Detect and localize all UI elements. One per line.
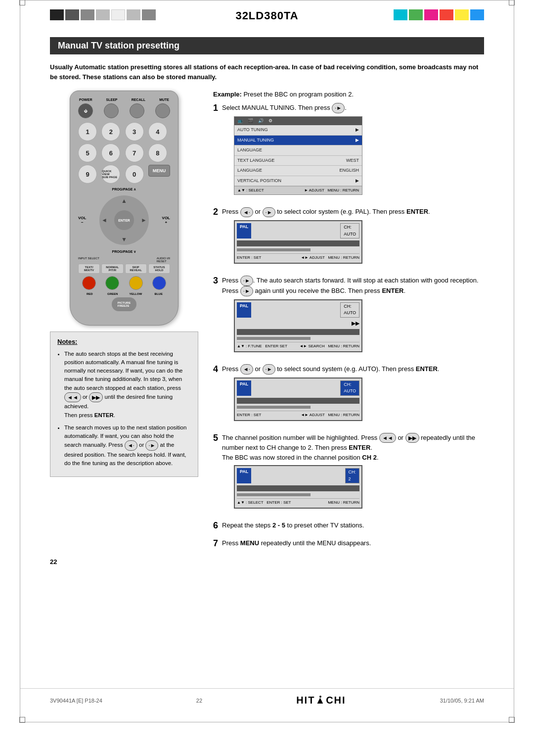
dpad-section: VOL− ▲ ▼ ◄ ► ENTER VOL+ — [78, 192, 170, 248]
mute-button[interactable] — [155, 103, 170, 118]
section-title: Manual TV station presetting — [50, 37, 484, 54]
text-mix-tv-btn[interactable]: TEXT/MIX/TV — [78, 264, 100, 274]
power-button[interactable]: ⏻ — [78, 103, 93, 118]
sleep-button[interactable] — [104, 103, 119, 118]
num-btn-6[interactable]: 6 — [101, 143, 120, 162]
red-label: RED — [78, 292, 101, 295]
notes-item-2: The search moves up to the next station … — [64, 424, 191, 468]
pal-bar-5 — [237, 485, 359, 491]
pal-bar-thin-4 — [237, 406, 311, 409]
step-6-num: 6 — [213, 520, 218, 531]
enter-button[interactable]: ENTER — [114, 210, 134, 230]
num-btn-5[interactable]: 5 — [78, 143, 97, 162]
hold-right-icon: ·► — [145, 440, 158, 451]
dpad-up-arrow[interactable]: ▲ — [121, 197, 127, 204]
dpad-down-arrow[interactable]: ▼ — [121, 236, 127, 243]
step-4-num: 4 — [213, 364, 218, 375]
dpad-ring: ▲ ▼ ◄ ► ENTER — [99, 195, 149, 245]
normal-ptr-btn[interactable]: NORMALP/T/R — [101, 264, 123, 274]
fine-tune-left-icon: ◄◄ — [64, 392, 81, 403]
menu-button[interactable]: MENU — [148, 165, 170, 177]
screen-1-mockup: 📺🎬🔊⚙ AUTO TUNING ▶ MANUAL TUNING ▶ — [234, 116, 362, 195]
step-5-num: 5 — [213, 433, 218, 444]
cell-language-val — [298, 145, 362, 155]
step-1: 1 Select MANUAL TUNING. Then press ·►. 📺… — [213, 103, 484, 200]
step-3-num: 3 — [213, 276, 218, 286]
pal-footer-5: ▲▼ : SELECT ENTER : SET MENU : RETURN — [237, 498, 359, 506]
color-block-darkgray — [65, 9, 79, 20]
pal-footer-4: ENTER : SET ◄► ADJUST MENU : RETURN — [237, 411, 359, 418]
cell-vertical-label: VERTICAL POSITION — [234, 176, 298, 186]
num-btn-0[interactable]: 0 — [125, 165, 144, 184]
dpad-left-arrow[interactable]: ◄ — [101, 217, 107, 224]
pal-footer-left-2: ENTER : SET — [237, 255, 261, 261]
remote-top-buttons: ⏻ — [78, 103, 170, 118]
num-btn-1[interactable]: 1 — [78, 122, 97, 141]
screen-1-footer-right: ► ADJUST MENU : RETURN — [304, 188, 359, 193]
main-content: Manual TV station presetting Usually Aut… — [20, 27, 514, 575]
num-btn-7[interactable]: 7 — [125, 143, 144, 162]
dpad-right-arrow[interactable]: ► — [141, 217, 147, 224]
quick-view-btn[interactable]: QUICK VIEWSUB PAGE — [101, 165, 120, 184]
red-button[interactable] — [82, 276, 96, 290]
step-7: 7 Press MENU repeatedly until the MENU d… — [213, 538, 484, 549]
picture-freeze-btn[interactable]: PICTUREFREEZE — [112, 297, 136, 311]
step5-left-icon: ◄◄ — [379, 433, 396, 443]
num-btn-3[interactable]: 3 — [125, 122, 144, 141]
footer-page-center: 22 — [196, 698, 202, 704]
num-btn-2[interactable]: 2 — [101, 122, 120, 141]
model-number: 32LD380TA — [235, 9, 298, 22]
func-row-labels: INPUT SELECT AUDIO I/IIRESET — [78, 257, 170, 263]
remote-top-labels: POWER SLEEP RECALL MUTE — [78, 98, 170, 101]
pal-top-4: PAL CH:AUTO — [237, 380, 359, 396]
step4-right-icon: ·► — [263, 364, 275, 375]
pal-label-3: PAL — [237, 302, 251, 318]
cell-lang2-val: ENGLISH — [298, 166, 362, 176]
step-3: 3 Press ·►. The auto search starts forwa… — [213, 276, 484, 357]
recall-button[interactable] — [130, 103, 144, 118]
num-btn-8[interactable]: 8 — [148, 143, 167, 162]
input-select-label: INPUT SELECT — [78, 257, 99, 263]
skip-reveal-btn[interactable]: SKIPREVEAL — [125, 264, 147, 274]
remote-control: POWER SLEEP RECALL MUTE ⏻ — [70, 91, 178, 326]
pal-top-5: PAL CH:2 — [237, 468, 359, 483]
yellow-button[interactable] — [129, 276, 143, 290]
example-text: Preset the BBC on program position 2. — [243, 91, 354, 98]
cell-text-lang-val: WEST — [298, 156, 362, 166]
example-label: Example: Preset the BBC on program posit… — [213, 91, 484, 98]
screen-row-auto-tuning: AUTO TUNING ▶ — [234, 125, 362, 136]
yellow-label: YELLOW — [124, 292, 147, 295]
remote-numpad: 1 2 3 4 5 6 7 8 9 QUICK VIEWSUB PAGE 0 M… — [78, 122, 170, 184]
status-hold-btn[interactable]: STATUSHOLD — [148, 264, 170, 274]
cell-auto-tuning-label: AUTO TUNING — [234, 125, 298, 135]
pal-top-3: PAL CH:AUTO — [237, 302, 359, 318]
num-btn-4[interactable]: 4 — [148, 122, 167, 141]
step3-forward-icon: ·► — [240, 276, 253, 286]
brand-logo: HIT▲CHI — [296, 695, 346, 706]
screen-row-language: LANGUAGE — [234, 145, 362, 156]
step-5-content: The channel position number will be high… — [222, 433, 484, 514]
pal-bar-4 — [237, 398, 359, 404]
color-block-green — [409, 9, 423, 20]
pal-ch-2: CH:AUTO — [340, 223, 359, 238]
step-3-content: Press ·►. The auto search starts forward… — [222, 276, 484, 357]
pal-footer-3: ▲▼ : F.TUNE ENTER SET ◄► SEARCH MENU : R… — [237, 342, 359, 349]
pal-label-4: PAL — [237, 380, 251, 396]
green-button[interactable] — [105, 276, 119, 290]
pal-footer-right-2: ◄► ADJUST MENU : RETURN — [301, 255, 359, 261]
pal-bar-3 — [237, 329, 359, 335]
screen-row-lang2: LANGUAGE ENGLISH — [234, 166, 362, 176]
vol-label-right: VOL+ — [162, 216, 170, 225]
color-block-gray — [81, 9, 94, 20]
step-1-content: Select MANUAL TUNING. Then press ·►. 📺🎬🔊… — [222, 103, 484, 200]
pal-footer-right-5: MENU : RETURN — [328, 500, 359, 506]
step-6-content: Repeat the steps 2 - 5 to preset other T… — [222, 520, 484, 530]
blue-button[interactable] — [152, 276, 166, 290]
step5-right-icon: ▶▶ — [405, 433, 419, 443]
pal-label-5: PAL — [237, 468, 251, 483]
fine-tune-right-icon: ▶▶ — [89, 392, 103, 403]
pal-footer-left-3: ▲▼ : F.TUNE ENTER SET — [237, 343, 287, 349]
screen-row-manual-tuning: MANUAL TUNING ▶ — [234, 136, 362, 146]
pal-screen-4: PAL CH:AUTO ENTER : SET ◄► ADJUST MENU :… — [234, 378, 362, 421]
num-btn-9[interactable]: 9 — [78, 165, 97, 184]
